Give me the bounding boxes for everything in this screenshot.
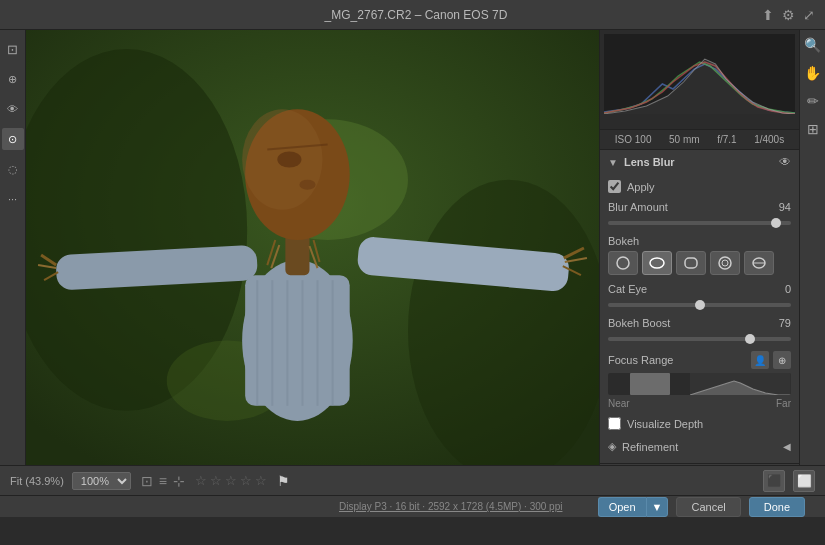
- settings-icon[interactable]: ⚙: [782, 7, 795, 23]
- focus-range-section: Focus Range 👤 ⊕: [608, 351, 791, 409]
- fullscreen-icon[interactable]: ⤢: [803, 7, 815, 23]
- split-view-btn[interactable]: ⬜: [793, 470, 815, 492]
- bokeh-label: Bokeh: [608, 235, 791, 247]
- bokeh-oval[interactable]: [642, 251, 672, 275]
- refinement-arrow: ◀: [783, 441, 791, 452]
- cat-eye-label: Cat Eye: [608, 283, 647, 295]
- refinement-row[interactable]: ◈ Refinement ◀: [608, 436, 791, 457]
- image-display: [26, 30, 599, 465]
- single-view-btn[interactable]: ⬛: [763, 470, 785, 492]
- more-tool[interactable]: ···: [2, 188, 24, 210]
- star-4[interactable]: ☆: [240, 473, 252, 488]
- aperture-value: f/7.1: [717, 134, 736, 145]
- blur-amount-slider[interactable]: [608, 221, 791, 225]
- right-panel: ISO 100 50 mm f/7.1 1/400s ▼ Lens Blur 👁: [599, 30, 799, 465]
- refinement-icon: ◈: [608, 440, 616, 453]
- blur-amount-row: Blur Amount 94: [608, 201, 791, 227]
- paint-tool[interactable]: ✏: [802, 90, 824, 112]
- focus-person-icon[interactable]: 👤: [751, 351, 769, 369]
- star-5[interactable]: ☆: [255, 473, 267, 488]
- filter-tool[interactable]: ⊙: [2, 128, 24, 150]
- star-2[interactable]: ☆: [210, 473, 222, 488]
- bottom-toolbar: Fit (43.9%) 100% 50% 200% ⊡ ≡ ⊹ ☆ ☆ ☆ ☆ …: [0, 465, 825, 495]
- bokeh-circle[interactable]: [608, 251, 638, 275]
- left-toolbar: ⊡ ⊕ 👁 ⊙ ◌ ···: [0, 30, 26, 465]
- visualize-depth-row: Visualize Depth: [608, 417, 791, 430]
- svg-point-22: [277, 151, 301, 167]
- histogram: [600, 30, 799, 130]
- zoom-select[interactable]: 100% 50% 200%: [72, 472, 131, 490]
- blur-amount-label: Blur Amount: [608, 201, 668, 213]
- focus-depth-icon[interactable]: ⊕: [773, 351, 791, 369]
- hand-tool[interactable]: ✋: [802, 62, 824, 84]
- bokeh-shapes: [608, 251, 791, 275]
- healing-tool[interactable]: ⊕: [2, 68, 24, 90]
- bokeh-blade[interactable]: [710, 251, 740, 275]
- svg-point-24: [299, 180, 315, 190]
- masking-tool[interactable]: ◌: [2, 158, 24, 180]
- lens-blur-chevron: ▼: [608, 157, 618, 168]
- fit-label: Fit (43.9%): [10, 475, 64, 487]
- zoom-controls: Fit (43.9%) 100% 50% 200%: [10, 472, 131, 490]
- visualize-depth-checkbox[interactable]: [608, 417, 621, 430]
- focal-length: 50 mm: [669, 134, 700, 145]
- shutter-speed: 1/400s: [754, 134, 784, 145]
- visualize-depth-label: Visualize Depth: [627, 418, 703, 430]
- refinement-label: Refinement: [622, 441, 678, 453]
- svg-point-32: [617, 257, 629, 269]
- main-layout: ⊡ ⊕ 👁 ⊙ ◌ ···: [0, 30, 825, 465]
- filter-icon[interactable]: ⊹: [173, 473, 185, 489]
- apply-checkbox[interactable]: [608, 180, 621, 193]
- side-toolbar: 🔍 ✋ ✏ ⊞: [799, 30, 825, 465]
- camera-info: ISO 100 50 mm f/7.1 1/400s: [600, 130, 799, 150]
- focus-near-far: Near Far: [608, 398, 791, 409]
- lens-blur-body: Apply Blur Amount 94 Bokeh: [600, 174, 799, 463]
- cat-eye-slider[interactable]: [608, 303, 791, 307]
- panel-content[interactable]: ▼ Lens Blur 👁 Apply: [600, 150, 799, 465]
- bokeh-boost-row: Bokeh Boost 79: [608, 317, 791, 343]
- lens-blur-section: ▼ Lens Blur 👁 Apply: [600, 150, 799, 464]
- bokeh-section: Bokeh: [608, 235, 791, 275]
- bokeh-boost-slider[interactable]: [608, 337, 791, 341]
- star-rating: ☆ ☆ ☆ ☆ ☆: [195, 473, 267, 488]
- window-title: _MG_2767.CR2 – Canon EOS 7D: [70, 8, 762, 22]
- cat-eye-row: Cat Eye 0: [608, 283, 791, 309]
- crop-tool[interactable]: ⊡: [2, 38, 24, 60]
- cancel-button[interactable]: Cancel: [676, 497, 740, 517]
- focus-range-bar[interactable]: [608, 373, 791, 395]
- blur-amount-value: 94: [779, 201, 791, 213]
- right-panel-area: ISO 100 50 mm f/7.1 1/400s ▼ Lens Blur 👁: [599, 30, 825, 465]
- export-icon[interactable]: ⬆: [762, 7, 774, 23]
- action-buttons: Open ▼ Cancel Done: [598, 497, 815, 517]
- cat-eye-value: 0: [785, 283, 791, 295]
- grid-icon[interactable]: ⊡: [141, 473, 153, 489]
- star-1[interactable]: ☆: [195, 473, 207, 488]
- status-bar: Display P3 · 16 bit · 2592 x 1728 (4.5MP…: [0, 495, 825, 517]
- open-btn-group: Open ▼: [598, 497, 669, 517]
- focus-range-label: Focus Range: [608, 354, 673, 366]
- grid-tool[interactable]: ⊞: [802, 118, 824, 140]
- bokeh-squircle[interactable]: [676, 251, 706, 275]
- svg-rect-8: [245, 275, 350, 406]
- svg-point-33: [650, 258, 664, 268]
- star-3[interactable]: ☆: [225, 473, 237, 488]
- flag-icon[interactable]: ⚑: [277, 473, 290, 489]
- calibration-header[interactable]: ▶ Calibration 👁: [600, 464, 799, 465]
- done-button[interactable]: Done: [749, 497, 805, 517]
- list-icon[interactable]: ≡: [159, 473, 167, 489]
- iso-value: ISO 100: [615, 134, 652, 145]
- lens-blur-header[interactable]: ▼ Lens Blur 👁: [600, 150, 799, 174]
- red-eye-tool[interactable]: 👁: [2, 98, 24, 120]
- svg-point-36: [722, 260, 728, 266]
- svg-rect-34: [685, 258, 697, 268]
- apply-label: Apply: [627, 181, 655, 193]
- calibration-section: ▶ Calibration 👁: [600, 464, 799, 465]
- open-button[interactable]: Open: [598, 497, 646, 517]
- bokeh-cateye[interactable]: [744, 251, 774, 275]
- view-controls: ⬛ ⬜: [763, 470, 815, 492]
- zoom-tool[interactable]: 🔍: [802, 34, 824, 56]
- lens-blur-visibility[interactable]: 👁: [779, 155, 791, 169]
- bottom-tools: ⊡ ≡ ⊹: [141, 473, 185, 489]
- status-text: Display P3 · 16 bit · 2592 x 1728 (4.5MP…: [304, 501, 598, 512]
- open-dropdown-button[interactable]: ▼: [646, 497, 669, 517]
